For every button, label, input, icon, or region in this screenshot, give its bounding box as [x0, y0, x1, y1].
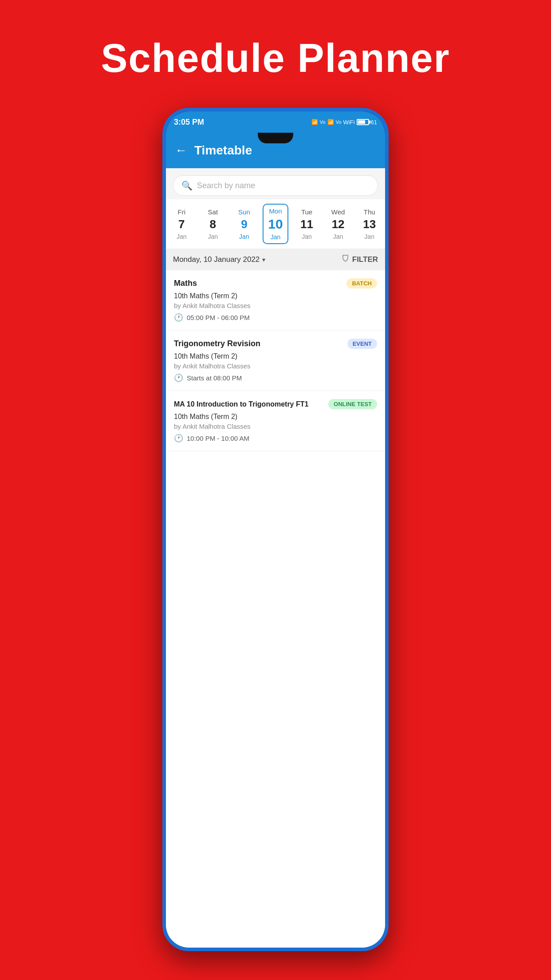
item-provider-3: by Ankit Malhotra Classes: [174, 423, 377, 430]
date-text: Monday, 10 January 2022: [173, 255, 260, 264]
clock-icon-2: 🕐: [174, 373, 183, 383]
day-name-thu: Thu: [364, 208, 375, 216]
day-name-fri: Fri: [178, 208, 186, 216]
date-label[interactable]: Monday, 10 January 2022 ▾: [173, 255, 265, 264]
day-month-thu: Jan: [364, 233, 374, 240]
day-number-thu: 13: [363, 217, 376, 231]
item-title-2: Trigonometry Revision: [174, 339, 260, 348]
app-content: 🔍 Search by name Fri 7 Jan Sat 8 Jan Sun…: [166, 168, 385, 948]
calendar-day-thu[interactable]: Thu 13 Jan: [355, 208, 384, 240]
schedule-item-1[interactable]: Maths BATCH 10th Maths (Term 2) by Ankit…: [166, 270, 385, 331]
calendar-day-mon[interactable]: Mon 10 Jan: [261, 204, 290, 244]
day-month-mon: Jan: [271, 233, 281, 241]
calendar-day-sat[interactable]: Sat 8 Jan: [199, 208, 227, 240]
time-text-1: 05:00 PM - 06:00 PM: [187, 314, 250, 321]
badge-batch: BATCH: [346, 278, 377, 288]
phone-notch: [258, 133, 293, 143]
item-time-1: 🕐 05:00 PM - 06:00 PM: [174, 313, 377, 322]
back-button[interactable]: ←: [175, 143, 187, 158]
calendar-day-sun[interactable]: Sun 9 Jan: [230, 208, 258, 240]
calendar-day-fri[interactable]: Fri 7 Jan: [167, 208, 196, 240]
phone-frame: 3:05 PM 📶 Vo 📶 Vo WiFi 61 ← Timetable 🔍 …: [162, 108, 389, 951]
day-name-sun: Sun: [238, 208, 250, 216]
day-name-sat: Sat: [208, 208, 218, 216]
badge-event: EVENT: [347, 339, 377, 349]
filter-label: FILTER: [352, 255, 378, 264]
chevron-down-icon: ▾: [262, 256, 265, 263]
schedule-item-3[interactable]: MA 10 Introduction to Trigonometry FT1 O…: [166, 391, 385, 451]
clock-icon-1: 🕐: [174, 313, 183, 322]
day-month-wed: Jan: [333, 233, 343, 240]
filter-button[interactable]: ⛉ FILTER: [342, 255, 378, 264]
day-number-fri: 7: [178, 217, 185, 231]
calendar-day-tue[interactable]: Tue 11 Jan: [293, 208, 321, 240]
day-name-wed: Wed: [331, 208, 345, 216]
item-provider-1: by Ankit Malhotra Classes: [174, 302, 377, 309]
day-number-wed: 12: [332, 217, 345, 231]
schedule-item-2[interactable]: Trigonometry Revision EVENT 10th Maths (…: [166, 331, 385, 391]
calendar-day-wed[interactable]: Wed 12 Jan: [324, 208, 352, 240]
filter-icon: ⛉: [342, 255, 350, 264]
day-number-sun: 9: [241, 217, 247, 231]
day-name-mon: Mon: [269, 207, 282, 215]
day-month-sat: Jan: [208, 233, 218, 240]
page-bg-title: Schedule Planner: [101, 36, 450, 81]
clock-icon-3: 🕐: [174, 434, 183, 443]
search-input[interactable]: Search by name: [197, 181, 255, 190]
item-time-3: 🕐 10:00 PM - 10:00 AM: [174, 434, 377, 443]
schedule-list: Maths BATCH 10th Maths (Term 2) by Ankit…: [166, 270, 385, 948]
status-time: 3:05 PM: [174, 118, 204, 127]
item-subtitle-3: 10th Maths (Term 2): [174, 413, 377, 421]
day-month-fri: Jan: [177, 233, 187, 240]
item-title-1: Maths: [174, 279, 197, 288]
time-text-2: Starts at 08:00 PM: [187, 374, 242, 382]
time-text-3: 10:00 PM - 10:00 AM: [187, 435, 249, 442]
status-bar: 3:05 PM 📶 Vo 📶 Vo WiFi 61: [166, 111, 385, 133]
header-title: Timetable: [194, 143, 252, 158]
day-number-sat: 8: [210, 217, 216, 231]
day-month-tue: Jan: [302, 233, 312, 240]
day-number-tue: 11: [300, 217, 313, 231]
badge-online: ONLINE TEST: [328, 399, 377, 409]
item-time-2: 🕐 Starts at 08:00 PM: [174, 373, 377, 383]
battery-indicator: [357, 119, 369, 125]
day-number-mon: 10: [268, 217, 283, 232]
battery-level: 61: [371, 119, 377, 126]
item-title-3: MA 10 Introduction to Trigonometry FT1: [174, 400, 308, 408]
item-subtitle-1: 10th Maths (Term 2): [174, 292, 377, 300]
day-month-sun: Jan: [239, 233, 249, 240]
date-filter-bar: Monday, 10 January 2022 ▾ ⛉ FILTER: [166, 249, 385, 270]
search-bar[interactable]: 🔍 Search by name: [173, 175, 378, 196]
day-name-tue: Tue: [301, 208, 312, 216]
item-provider-2: by Ankit Malhotra Classes: [174, 362, 377, 370]
item-subtitle-2: 10th Maths (Term 2): [174, 352, 377, 360]
calendar-strip: Fri 7 Jan Sat 8 Jan Sun 9 Jan Mon 10: [166, 199, 385, 249]
search-icon: 🔍: [181, 180, 193, 191]
status-icons: 📶 Vo 📶 Vo WiFi 61: [311, 119, 377, 126]
